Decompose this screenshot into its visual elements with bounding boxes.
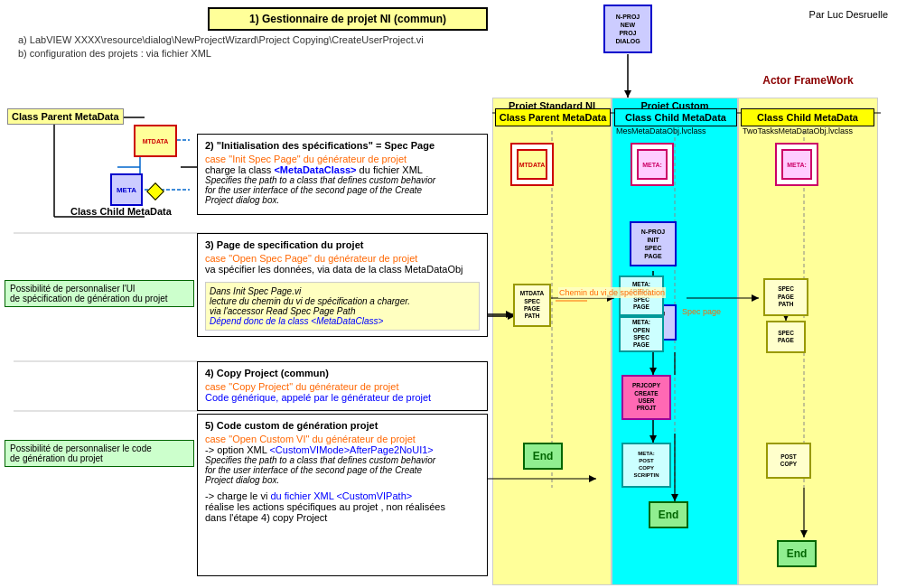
spec-page-label: Spec page (682, 307, 721, 316)
s5-line7: réalise les actions spécifiques au proje… (205, 501, 480, 512)
s5-line2: -> option XML <CustomVIMode>AfterPage2No… (205, 444, 480, 455)
spec-path-actor-box: SPEC PAGE PATH (763, 278, 808, 316)
mtdata-icon-actor: META: (775, 143, 818, 186)
section-5-box: 5) Code custom de génération projet case… (197, 414, 488, 576)
s5-line8: dans l'étape 4) copy Project (205, 512, 480, 523)
diagram-container: 1) Gestionnaire de projet NI (commun) N-… (0, 0, 897, 588)
subtitle-area: a) LabVIEW XXXX\resource\dialog\NewProje… (18, 34, 424, 61)
nproj-top-label: N-PROJ NEW PROJ DIALOG (615, 13, 640, 45)
mtdata-icon-left-parent: MTDATA (134, 125, 177, 157)
end-actor-box: End (777, 540, 817, 567)
s3-line3: Dans Init Spec Page.vi (210, 286, 475, 296)
meta-spec-page-box: META: OPEN SPEC PAGE (619, 316, 664, 352)
mtdata-spec-path-box: MTDATA SPEC PAGE PATH (513, 284, 551, 327)
title-box: 1) Gestionnaire de projet NI (commun) (208, 7, 488, 31)
class-header-standard: Class Parent MetaData (495, 108, 611, 126)
diamond-icon (146, 182, 164, 201)
s5-line4: for the user interface of the second pag… (205, 465, 480, 475)
mtdata-icon-standard: MTDATA (510, 143, 554, 186)
par-luc-text: Par Luc Desruelle (809, 9, 888, 20)
s3-line2: va spécifier les données, via data de la… (205, 264, 463, 275)
s4-line1: case "Copy Project" du générateur de pro… (205, 381, 399, 392)
prjcopy-box: PRJCOPY CREATE USER PROJT (621, 375, 671, 420)
s4-line2: Code générique, appelé par le générateur… (205, 392, 431, 403)
s3-line4: lecture du chemin du vi de spécification… (210, 296, 475, 306)
end-standard-box: End (523, 443, 563, 470)
s5-line5: Project dialog box. (205, 475, 480, 485)
s5-line3: Specifies the path to a class that defin… (205, 455, 480, 465)
s5-title: 5) Code custom de génération projet (205, 420, 378, 431)
class-header-custom: Class Child MetaData (614, 108, 737, 126)
class-custom-sub: MesMetaDataObj.lvclass (616, 126, 706, 135)
side-label-ui: Possibilité de personnaliser l'UI de spé… (5, 280, 194, 307)
class-header-actor: Class Child MetaData (741, 108, 874, 126)
chemin-label: Chemin du vi de spécification (558, 287, 666, 298)
s3-line1: case "Open Spec Page" du générateur de p… (205, 253, 417, 264)
subtitle-a: a) LabVIEW XXXX\resource\dialog\NewProje… (18, 34, 424, 45)
meta-post-box: META: POST COPY SCRIPTIN (621, 443, 671, 488)
title-text: 1) Gestionnaire de projet NI (commun) (249, 13, 446, 25)
s2-line4: for the user interface of the second pag… (205, 185, 480, 195)
spec-page-actor-box: SPEC PAGE (766, 321, 806, 353)
class-parent-label: Class Parent MetaData (7, 108, 124, 125)
mtdata-icon-custom: META: (631, 143, 674, 186)
s5-line6: -> charge le vi du fichier XML <CustomVI… (205, 490, 480, 501)
col-header-actor: Actor FrameWork (738, 71, 878, 89)
side-label-code: Possibilité de personnaliser le code de … (5, 440, 194, 467)
post-copy-box: POST COPY (766, 443, 811, 479)
s2-line3: Specifies the path to a class that defin… (205, 175, 480, 185)
s5-line1: case "Open Custom VI" du générateur de p… (205, 434, 416, 444)
meta-icon-left-child: META (110, 173, 143, 206)
s2-title: 2) "Initialisation des spécifications" =… (205, 140, 434, 151)
s3-line5: via l'accessor Read Spec Page Path (210, 306, 475, 316)
end-custom-box: End (649, 501, 688, 528)
section-4-box: 4) Copy Project (commun) case "Copy Proj… (197, 361, 488, 411)
subtitle-b: b) configuration des projets : via fichi… (18, 48, 424, 59)
class-child-label-left: Class Child MetaData (70, 206, 172, 217)
s2-line1: case "Init Spec Page" du générateur de p… (205, 154, 406, 164)
section-2-box: 2) "Initialisation des spécifications" =… (197, 134, 488, 215)
section-3-box: 3) Page de specification du projet case … (197, 233, 488, 337)
s2-line5: Project dialog box. (205, 195, 480, 205)
s3-title: 3) Page de specification du projet (205, 239, 363, 250)
nproj-init-box: N-PROJ INIT SPEC PAGE (630, 221, 677, 266)
s4-title: 4) Copy Project (commun) (205, 368, 329, 378)
s3-line6: Dépend donc de la class <MetaDataClass> (210, 316, 383, 326)
svg-marker-4 (624, 90, 631, 98)
s2-line2: charge la class <MetaDataClass> du fichi… (205, 164, 423, 175)
nproj-top-box: N-PROJ NEW PROJ DIALOG (603, 5, 652, 53)
class-actor-sub: TwoTasksMetaDataObj.lvclass (743, 126, 853, 135)
